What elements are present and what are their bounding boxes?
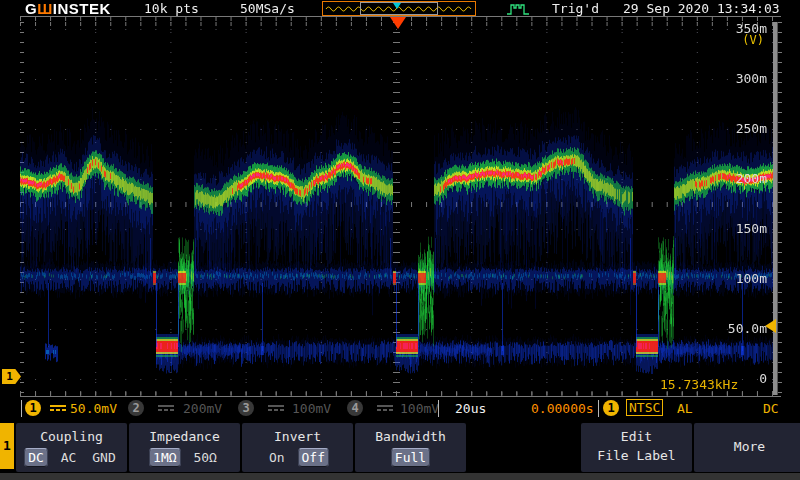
video-trigger-icon: [506, 2, 532, 16]
frequency-counter: 15.7343kHz: [660, 377, 738, 392]
coupling-option-gnd[interactable]: GND: [89, 449, 118, 466]
channel4-scale: 100mV: [400, 400, 439, 418]
menu-title: Bandwidth: [355, 429, 466, 444]
menu-item-more[interactable]: More: [694, 423, 800, 472]
menu-channel-tab[interactable]: 1: [0, 423, 14, 469]
trigger-coupling: DC: [763, 400, 779, 418]
right-edge-bar: [773, 22, 778, 395]
record-length: 10k pts: [144, 1, 199, 16]
channel2-badge: 2: [128, 400, 144, 416]
scale-label: 50.0m: [707, 322, 767, 336]
trigger-position-marker: [390, 17, 406, 29]
channel2-scale: 200mV: [183, 400, 222, 418]
channel3-scale: 100mV: [292, 400, 331, 418]
scale-label: 250m: [707, 122, 767, 136]
bandwidth-option-full[interactable]: Full: [391, 448, 430, 467]
divider: [598, 400, 599, 417]
scale-unit: (V): [742, 33, 764, 47]
datetime: 29 Sep 2020 13:34:03: [623, 1, 780, 16]
dc-coupling-icon: [50, 405, 66, 413]
menu-item-impedance[interactable]: Impedance 1MΩ 50Ω: [129, 423, 240, 472]
impedance-option-1m[interactable]: 1MΩ: [149, 448, 180, 467]
channel1-badge: 1: [25, 400, 41, 416]
menu-title-line2: File Label: [581, 448, 692, 463]
divider: [438, 400, 439, 417]
trigger-source-badge: 1: [603, 400, 619, 416]
menu-item-invert[interactable]: Invert On Off: [242, 423, 353, 472]
divider: [21, 400, 22, 417]
invert-option-on[interactable]: On: [266, 449, 288, 466]
channel1-scale: 50.0mV: [70, 400, 117, 418]
top-bar: GШINSTEK 10k pts 50MSa/s Trig'd 29 Sep 2…: [0, 0, 800, 16]
logo-mark-icon: Ш: [37, 0, 53, 17]
coupling-option-ac[interactable]: AC: [58, 449, 80, 466]
menu-title: Invert: [242, 429, 353, 444]
trigger-mode: AL: [677, 400, 693, 418]
acquisition-preview: [322, 1, 476, 16]
timebase: 20us: [455, 400, 486, 418]
menu-bottom-strip: [0, 473, 800, 480]
soft-menu: 1 Coupling DC AC GND Impedance 1MΩ 50Ω I…: [0, 421, 800, 480]
menu-title: Coupling: [16, 429, 127, 444]
oscilloscope-screen: GШINSTEK 10k pts 50MSa/s Trig'd 29 Sep 2…: [0, 0, 800, 480]
menu-title: More: [694, 439, 800, 454]
dc-coupling-icon: [268, 405, 284, 413]
gwinstek-logo: GШINSTEK: [25, 0, 111, 17]
scale-label: 100m: [707, 272, 767, 286]
logo-prefix: G: [25, 0, 37, 17]
impedance-option-50[interactable]: 50Ω: [190, 449, 219, 466]
coupling-option-dc[interactable]: DC: [24, 448, 48, 467]
scale-label: 150m: [707, 222, 767, 236]
sample-rate: 50MSa/s: [240, 1, 295, 16]
trigger-status: Trig'd: [552, 1, 599, 16]
trigger-type: NTSC: [626, 399, 663, 417]
menu-title: Impedance: [129, 429, 240, 444]
menu-item-bandwidth[interactable]: Bandwidth Full: [355, 423, 466, 472]
menu-item-edit-file-label[interactable]: Edit File Label: [581, 423, 692, 472]
status-bar: 1 50.0mV 2 200mV 3 100mV 4 100mV 20us 0.…: [0, 397, 800, 421]
preview-trigger-icon: [393, 3, 401, 9]
channel3-badge: 3: [238, 400, 254, 416]
channel4-badge: 4: [347, 400, 363, 416]
dc-coupling-icon: [158, 405, 174, 413]
scale-label: 300m: [707, 72, 767, 86]
horizontal-position: 0.00000s: [531, 400, 594, 418]
scale-label: 200m: [707, 172, 767, 186]
menu-item-coupling[interactable]: Coupling DC AC GND: [16, 423, 127, 472]
invert-option-off[interactable]: Off: [298, 448, 329, 467]
menu-title: Edit: [581, 429, 692, 444]
dc-coupling-icon: [377, 405, 393, 413]
logo-suffix: INSTEK: [53, 0, 111, 17]
